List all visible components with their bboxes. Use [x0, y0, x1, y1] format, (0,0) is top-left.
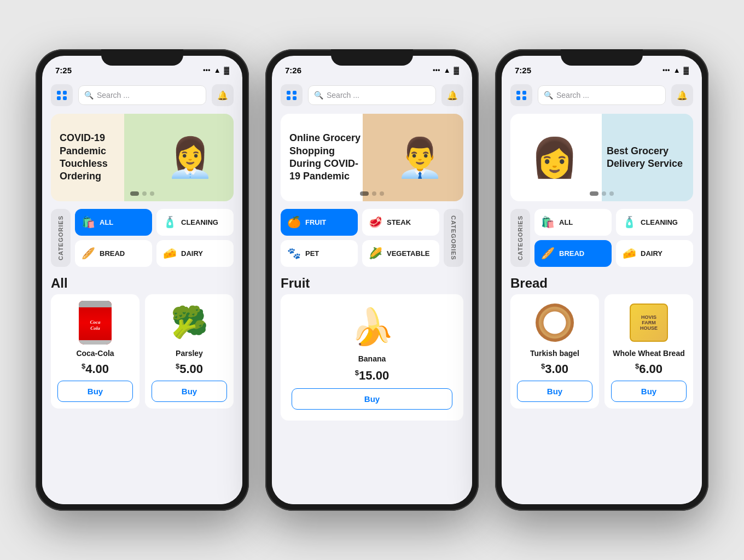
banana-buy-button[interactable]: Buy: [292, 388, 452, 410]
dot-active-2: [360, 191, 369, 196]
banner-text-1: COVID-19 Pandemic Touchless Ordering: [51, 123, 146, 192]
category-grid-2: 🍊 FRUIT 🥩 STEAK 🐾 PET 🌽: [281, 209, 439, 267]
product-card-bread: HOVISFARMHOUSE Whole Wheat Bread $6.00 B…: [605, 294, 693, 409]
grid-button-3[interactable]: [510, 84, 532, 106]
status-icons-2: ••• ▲ ▓: [433, 66, 459, 74]
search-bar-1[interactable]: 🔍 Search ...: [78, 85, 206, 105]
parsley-buy-button[interactable]: Buy: [152, 381, 227, 402]
bread-image: HOVISFARMHOUSE: [627, 301, 671, 345]
bread-label-1: BREAD: [100, 249, 125, 258]
grid-icon-3: [516, 91, 526, 100]
search-icon-3: 🔍: [544, 91, 553, 100]
time-1: 7:25: [55, 66, 72, 75]
search-bar-2[interactable]: 🔍 Search ...: [308, 85, 436, 105]
bell-button-2[interactable]: 🔔: [441, 84, 463, 106]
bell-icon-3: 🔔: [677, 90, 688, 101]
wifi-icon-2: ▲: [444, 66, 451, 74]
dairy-icon-1: 🧀: [163, 247, 177, 260]
banana-image: 🍌: [350, 305, 394, 349]
bagel-price: $3.00: [541, 362, 568, 376]
cola-buy-button[interactable]: Buy: [57, 381, 133, 402]
search-bar-3[interactable]: 🔍 Search ...: [538, 85, 666, 105]
cleaning-label-3: CLEANING: [641, 218, 678, 226]
bagel-buy-button[interactable]: Buy: [517, 381, 592, 402]
bread-icon-3: 🥖: [541, 247, 555, 260]
bread-price: $6.00: [635, 362, 662, 376]
dot-2-3: [602, 191, 606, 196]
category-all-3[interactable]: 🛍️ ALL: [534, 209, 612, 236]
cleaning-icon-3: 🧴: [623, 215, 636, 229]
bread-buy-button[interactable]: Buy: [611, 381, 687, 402]
category-section-1: CATEGORIES 🛍️ ALL 🧴 CLEANING 🥖 BREAD: [42, 205, 242, 271]
banner-2: Online Grocery Shopping During COVID-19 …: [281, 114, 463, 201]
fruit-label-2: FRUIT: [305, 218, 326, 226]
product-grid-1: CocaCola Coca-Cola $4.00 Buy 🥦 Parsley: [42, 294, 242, 409]
all-icon-1: 🛍️: [82, 215, 95, 229]
category-bread-3[interactable]: 🥖 BREAD: [534, 240, 612, 267]
banner-dots-2: [360, 191, 384, 196]
category-bread-1[interactable]: 🥖 BREAD: [75, 240, 152, 267]
categories-tab-right-2[interactable]: CATEGORIES: [444, 209, 463, 267]
category-vegetable-2[interactable]: 🌽 VEGETABLE: [362, 240, 439, 267]
all-label-3: ALL: [559, 218, 573, 226]
search-icon-2: 🔍: [314, 91, 323, 100]
dairy-label-3: DAIRY: [641, 249, 662, 258]
category-dairy-3[interactable]: 🧀 DAIRY: [616, 240, 693, 267]
banana-price: $15.00: [355, 369, 389, 383]
dot-active-3: [590, 191, 598, 196]
dot-2-1: [142, 191, 147, 196]
screen-2: 7:26 ••• ▲ ▓ 🔍 Searc: [272, 56, 472, 504]
section-title-3: Bread: [502, 271, 702, 294]
product-card-cola: CocaCola Coca-Cola $4.00 Buy: [51, 294, 140, 409]
categories-tab-3[interactable]: CATEGORIES: [510, 209, 530, 267]
category-grid-1: 🛍️ ALL 🧴 CLEANING 🥖 BREAD 🧀: [75, 209, 234, 267]
banner-dots-1: [130, 191, 154, 196]
categories-tab-1[interactable]: CATEGORIES: [51, 209, 71, 267]
notch-3: [561, 49, 643, 66]
bread-name: Whole Wheat Bread: [613, 349, 684, 358]
vegetable-icon-2: 🌽: [369, 247, 382, 260]
parsley-name: Parsley: [176, 349, 203, 358]
category-dairy-1[interactable]: 🧀 DAIRY: [156, 240, 234, 267]
bagel-image: [533, 301, 577, 345]
phones-container: 7:25 ••• ▲ ▓ 🔍 Searc: [36, 49, 708, 511]
section-title-2: Fruit: [272, 271, 472, 294]
notch-2: [331, 49, 413, 66]
app-content-1: 🔍 Search ... 🔔 COVID-19 Pandemic Touchle…: [42, 80, 242, 504]
product-card-bagel: Turkish bagel $3.00 Buy: [510, 294, 599, 409]
category-all-1[interactable]: 🛍️ ALL: [75, 209, 152, 236]
phone-2: 7:26 ••• ▲ ▓ 🔍 Searc: [265, 49, 479, 511]
search-placeholder-2: Search ...: [327, 91, 359, 100]
category-grid-3: 🛍️ ALL 🧴 CLEANING 🥖 BREAD 🧀: [534, 209, 693, 267]
cola-image: CocaCola: [73, 301, 117, 345]
app-content-3: 🔍 Search ... 🔔 👩 Best Grocery Delivery S…: [502, 80, 702, 504]
category-cleaning-3[interactable]: 🧴 CLEANING: [616, 209, 693, 236]
section-title-1: All: [42, 271, 242, 294]
category-section-3: CATEGORIES 🛍️ ALL 🧴 CLEANING 🥖 BREAD: [502, 205, 702, 271]
bell-button-1[interactable]: 🔔: [212, 84, 234, 106]
header-1: 🔍 Search ... 🔔: [42, 80, 242, 110]
signal-icon-2: •••: [433, 66, 440, 74]
battery-icon-3: ▓: [684, 66, 689, 74]
grid-button-2[interactable]: [281, 84, 303, 106]
pet-icon-2: 🐾: [287, 247, 301, 260]
bell-button-3[interactable]: 🔔: [671, 84, 693, 106]
wifi-icon-1: ▲: [214, 66, 221, 74]
dot-3-2: [380, 191, 384, 196]
product-card-parsley: 🥦 Parsley $5.00 Buy: [145, 294, 234, 409]
category-fruit-2[interactable]: 🍊 FRUIT: [281, 209, 358, 236]
category-steak-2[interactable]: 🥩 STEAK: [362, 209, 439, 236]
category-cleaning-1[interactable]: 🧴 CLEANING: [156, 209, 234, 236]
steak-icon-2: 🥩: [369, 215, 382, 229]
banner-3: 👩 Best Grocery Delivery Service: [510, 114, 693, 201]
grid-icon-1: [57, 91, 67, 100]
category-pet-2[interactable]: 🐾 PET: [281, 240, 358, 267]
grid-button-1[interactable]: [51, 84, 73, 106]
screen-3: 7:25 ••• ▲ ▓ 🔍 Searc: [502, 56, 702, 504]
vegetable-label-2: VEGETABLE: [387, 249, 430, 258]
banner-figure-1: 👩‍💼: [146, 114, 234, 201]
search-placeholder-1: Search ...: [97, 91, 130, 100]
steak-label-2: STEAK: [387, 218, 411, 226]
bread-icon-1: 🥖: [82, 247, 95, 260]
cola-name: Coca-Cola: [76, 349, 114, 358]
